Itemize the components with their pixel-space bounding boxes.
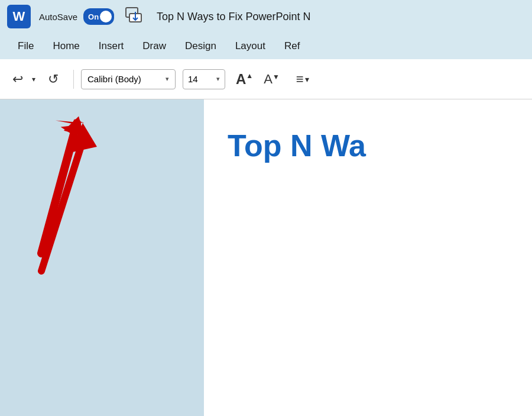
- font-name-label: Calibri (Body): [87, 74, 141, 84]
- doc-heading: Top N Wa: [228, 129, 508, 163]
- toggle-switch[interactable]: On: [83, 8, 114, 25]
- toggle-knob: [100, 11, 112, 22]
- word-logo: W: [7, 5, 31, 28]
- menu-item-file[interactable]: File: [9, 37, 42, 56]
- menu-item-insert[interactable]: Insert: [90, 37, 132, 56]
- red-arrow: [18, 117, 112, 283]
- doc-content: Top N Wa: [204, 99, 532, 175]
- font-size-dropdown[interactable]: 14 ▾: [183, 69, 225, 89]
- title-bar: W AutoSave On Top N Ways to Fix PowerPoi…: [0, 0, 532, 33]
- ribbon: ↩ ▾ ↺ Calibri (Body) ▾ 14 ▾ A▲ A▼ ≡▾: [0, 59, 532, 99]
- autosave-label: AutoSave: [39, 12, 77, 22]
- font-name-arrow: ▾: [166, 75, 169, 83]
- menu-item-draw[interactable]: Draw: [134, 37, 174, 56]
- redo-button[interactable]: ↺: [43, 69, 64, 90]
- font-size-increase[interactable]: A▲: [233, 69, 255, 90]
- left-margin: [0, 99, 204, 416]
- undo-dropdown-button[interactable]: ▾: [28, 69, 39, 90]
- doc-page: Top N Wa: [204, 99, 532, 416]
- undo-group: ↩ ▾: [7, 69, 39, 90]
- font-name-dropdown[interactable]: Calibri (Body) ▾: [81, 69, 176, 89]
- svg-marker-6: [70, 123, 97, 153]
- list-button[interactable]: ≡▾: [291, 69, 314, 89]
- menu-bar: File Home Insert Draw Design Layout Ref: [0, 33, 532, 59]
- menu-item-references[interactable]: Ref: [276, 37, 308, 56]
- font-size-arrow: ▾: [216, 75, 220, 83]
- sync-icon[interactable]: [125, 5, 144, 28]
- content-area: Top N Wa: [0, 99, 532, 416]
- menu-item-layout[interactable]: Layout: [227, 37, 274, 56]
- ribbon-divider-1: [73, 70, 74, 89]
- toggle-on-label: On: [88, 12, 99, 21]
- menu-item-design[interactable]: Design: [177, 37, 225, 56]
- undo-button[interactable]: ↩: [7, 69, 28, 90]
- font-size-decrease[interactable]: A▼: [261, 69, 282, 89]
- doc-title: Top N Ways to Fix PowerPoint N: [157, 11, 310, 23]
- menu-item-home[interactable]: Home: [44, 37, 87, 56]
- font-size-label: 14: [188, 74, 198, 84]
- autosave-toggle[interactable]: On: [83, 8, 114, 25]
